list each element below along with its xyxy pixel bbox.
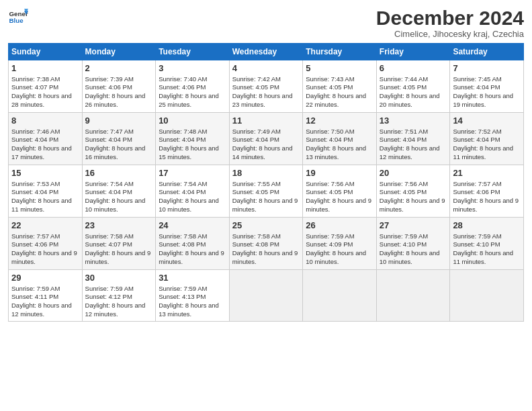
daylight-text: Daylight: 8 hours and 11 minutes. [11, 197, 72, 213]
calendar-day-cell: 4Sunrise: 7:42 AMSunset: 4:05 PMDaylight… [229, 60, 303, 113]
sunset-text: Sunset: 4:06 PM [85, 83, 132, 91]
calendar-day-cell: 12Sunrise: 7:50 AMSunset: 4:04 PMDayligh… [303, 113, 377, 165]
day-number: 30 [85, 272, 153, 284]
calendar-day-cell: 23Sunrise: 7:58 AMSunset: 4:07 PMDayligh… [82, 218, 156, 270]
daylight-text: Daylight: 8 hours and 17 minutes. [11, 144, 72, 161]
calendar-day-cell [229, 270, 303, 322]
calendar-week-row: 15Sunrise: 7:53 AMSunset: 4:04 PMDayligh… [9, 165, 524, 218]
day-number: 10 [159, 115, 226, 127]
sunset-text: Sunset: 4:08 PM [159, 240, 206, 248]
day-number: 27 [380, 220, 447, 232]
sunset-text: Sunset: 4:06 PM [159, 83, 206, 91]
sunrise-text: Sunrise: 7:47 AM [85, 128, 134, 135]
calendar-day-cell: 16Sunrise: 7:54 AMSunset: 4:04 PMDayligh… [82, 165, 156, 218]
day-number: 21 [453, 167, 521, 179]
sunset-text: Sunset: 4:04 PM [380, 136, 427, 143]
calendar-day-cell: 3Sunrise: 7:40 AMSunset: 4:06 PMDaylight… [156, 60, 230, 113]
sunset-text: Sunset: 4:10 PM [453, 240, 500, 248]
day-number: 26 [306, 220, 373, 232]
sunrise-text: Sunrise: 7:45 AM [453, 75, 501, 83]
col-tuesday: Tuesday [156, 44, 230, 60]
calendar-day-cell: 21Sunrise: 7:57 AMSunset: 4:06 PMDayligh… [450, 165, 524, 218]
daylight-text: Daylight: 8 hours and 13 minutes. [159, 302, 219, 318]
sunset-text: Sunset: 4:07 PM [11, 83, 58, 91]
calendar-day-cell: 19Sunrise: 7:56 AMSunset: 4:05 PMDayligh… [303, 165, 377, 218]
sunrise-text: Sunrise: 7:59 AM [85, 285, 134, 292]
daylight-text: Daylight: 8 hours and 12 minutes. [380, 144, 440, 161]
logo: General Blue [8, 7, 28, 27]
sunrise-text: Sunrise: 7:59 AM [306, 232, 354, 240]
day-number: 15 [11, 167, 79, 179]
daylight-text: Daylight: 8 hours and 22 minutes. [306, 92, 366, 108]
daylight-text: Daylight: 8 hours and 11 minutes. [453, 144, 513, 161]
day-number: 16 [85, 167, 153, 179]
daylight-text: Daylight: 8 hours and 9 minutes. [453, 197, 519, 213]
daylight-text: Daylight: 8 hours and 9 minutes. [306, 197, 371, 213]
sunset-text: Sunset: 4:04 PM [11, 136, 58, 143]
sunrise-text: Sunrise: 7:43 AM [306, 75, 354, 83]
daylight-text: Daylight: 8 hours and 9 minutes. [11, 249, 77, 265]
sunrise-text: Sunrise: 7:44 AM [380, 75, 428, 83]
sunset-text: Sunset: 4:05 PM [232, 83, 279, 91]
day-number: 25 [232, 220, 300, 232]
day-number: 6 [380, 62, 447, 75]
col-wednesday: Wednesday [229, 44, 303, 60]
calendar-day-cell: 24Sunrise: 7:58 AMSunset: 4:08 PMDayligh… [156, 218, 230, 270]
day-number: 20 [380, 167, 447, 179]
sunset-text: Sunset: 4:09 PM [306, 240, 353, 248]
col-sunday: Sunday [9, 44, 83, 60]
sunset-text: Sunset: 4:04 PM [306, 136, 353, 143]
daylight-text: Daylight: 8 hours and 15 minutes. [159, 144, 219, 161]
sunrise-text: Sunrise: 7:40 AM [159, 75, 207, 83]
sunset-text: Sunset: 4:04 PM [453, 83, 500, 91]
sunset-text: Sunset: 4:06 PM [453, 188, 500, 195]
sunset-text: Sunset: 4:04 PM [85, 188, 132, 195]
sunrise-text: Sunrise: 7:54 AM [85, 180, 134, 187]
sunset-text: Sunset: 4:04 PM [159, 188, 206, 195]
calendar-day-cell: 31Sunrise: 7:59 AMSunset: 4:13 PMDayligh… [156, 270, 230, 322]
col-monday: Monday [82, 44, 156, 60]
calendar-day-cell: 13Sunrise: 7:51 AMSunset: 4:04 PMDayligh… [376, 113, 450, 165]
sunset-text: Sunset: 4:05 PM [232, 188, 279, 195]
sunset-text: Sunset: 4:04 PM [453, 136, 500, 143]
calendar-day-cell: 26Sunrise: 7:59 AMSunset: 4:09 PMDayligh… [303, 218, 377, 270]
calendar-container: General Blue December 2024 Cimelice, Jih… [0, 0, 532, 327]
sunrise-text: Sunrise: 7:50 AM [306, 128, 354, 135]
sunrise-text: Sunrise: 7:42 AM [232, 75, 281, 83]
calendar-week-row: 8Sunrise: 7:46 AMSunset: 4:04 PMDaylight… [9, 113, 524, 165]
day-number: 3 [159, 62, 226, 75]
daylight-text: Daylight: 8 hours and 12 minutes. [11, 302, 72, 318]
day-number: 7 [453, 62, 521, 75]
calendar-day-cell: 29Sunrise: 7:59 AMSunset: 4:11 PMDayligh… [9, 270, 83, 322]
header-row: General Blue December 2024 Cimelice, Jih… [8, 7, 524, 39]
calendar-day-cell: 30Sunrise: 7:59 AMSunset: 4:12 PMDayligh… [82, 270, 156, 322]
sunset-text: Sunset: 4:07 PM [85, 240, 132, 248]
daylight-text: Daylight: 8 hours and 23 minutes. [232, 92, 293, 108]
sunrise-text: Sunrise: 7:49 AM [232, 128, 281, 135]
day-number: 12 [306, 115, 373, 127]
day-number: 14 [453, 115, 521, 127]
day-number: 1 [11, 62, 79, 75]
calendar-day-cell: 20Sunrise: 7:56 AMSunset: 4:05 PMDayligh… [376, 165, 450, 218]
sunset-text: Sunset: 4:12 PM [85, 293, 132, 300]
calendar-day-cell: 22Sunrise: 7:57 AMSunset: 4:06 PMDayligh… [9, 218, 83, 270]
calendar-day-cell: 17Sunrise: 7:54 AMSunset: 4:04 PMDayligh… [156, 165, 230, 218]
calendar-day-cell: 9Sunrise: 7:47 AMSunset: 4:04 PMDaylight… [82, 113, 156, 165]
daylight-text: Daylight: 8 hours and 26 minutes. [85, 92, 146, 108]
sunrise-text: Sunrise: 7:58 AM [85, 232, 134, 240]
title-block: December 2024 Cimelice, Jihocesky kraj, … [376, 7, 524, 39]
calendar-week-row: 1Sunrise: 7:38 AMSunset: 4:07 PMDaylight… [9, 60, 524, 113]
day-number: 9 [85, 115, 153, 127]
col-thursday: Thursday [303, 44, 377, 60]
sunset-text: Sunset: 4:05 PM [306, 83, 353, 91]
sunset-text: Sunset: 4:05 PM [380, 83, 427, 91]
calendar-day-cell [376, 270, 450, 322]
month-title: December 2024 [376, 7, 524, 29]
daylight-text: Daylight: 8 hours and 13 minutes. [306, 144, 366, 161]
calendar-day-cell: 14Sunrise: 7:52 AMSunset: 4:04 PMDayligh… [450, 113, 524, 165]
daylight-text: Daylight: 8 hours and 14 minutes. [232, 144, 293, 161]
calendar-day-cell: 28Sunrise: 7:59 AMSunset: 4:10 PMDayligh… [450, 218, 524, 270]
day-number: 23 [85, 220, 153, 232]
day-number: 24 [159, 220, 226, 232]
sunrise-text: Sunrise: 7:55 AM [232, 180, 281, 187]
